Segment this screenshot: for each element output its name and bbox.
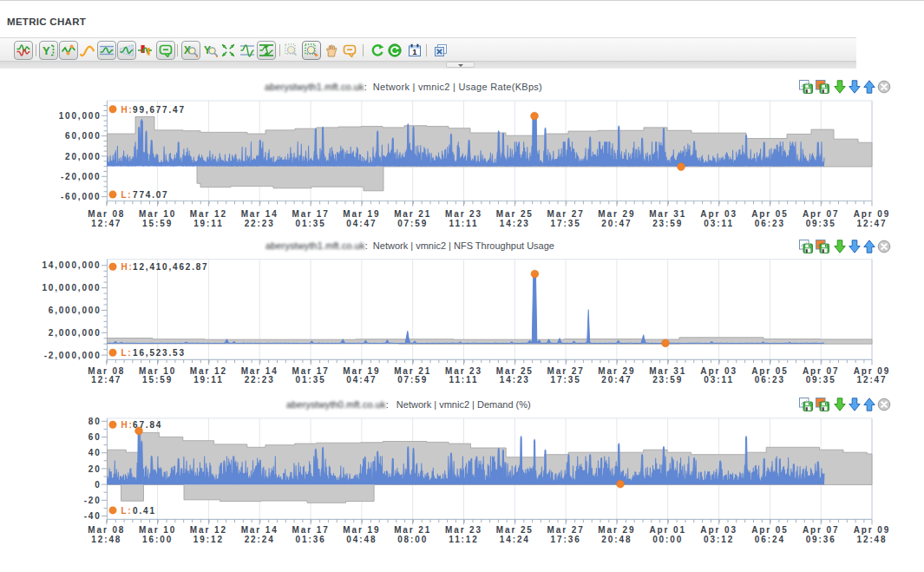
svg-text:2,000,000: 2,000,000 xyxy=(49,328,102,338)
svg-text:-40: -40 xyxy=(84,511,102,521)
svg-text:Mar 31: Mar 31 xyxy=(649,209,686,219)
svg-text:Mar 29: Mar 29 xyxy=(598,525,635,535)
svg-text:Mar 10: Mar 10 xyxy=(139,525,176,535)
svg-text:09:36: 09:36 xyxy=(806,535,836,544)
svg-text:12:48: 12:48 xyxy=(856,535,887,544)
svg-text:-2,000,000: -2,000,000 xyxy=(44,351,102,360)
svg-text:L:: L: xyxy=(121,190,133,200)
svg-text:17:35: 17:35 xyxy=(551,219,581,228)
svg-text:Mar 14: Mar 14 xyxy=(241,525,279,535)
svg-text:H:: H: xyxy=(121,105,134,115)
svg-text:Mar 25: Mar 25 xyxy=(496,209,534,219)
svg-text:99,677.47: 99,677.47 xyxy=(133,105,186,115)
svg-text:12:47: 12:47 xyxy=(856,219,887,228)
svg-text:19:11: 19:11 xyxy=(193,219,224,228)
svg-text:Mar 25: Mar 25 xyxy=(496,366,534,376)
svg-text:20:47: 20:47 xyxy=(601,375,632,385)
svg-text:0.41: 0.41 xyxy=(133,506,156,516)
svg-text:Mar 25: Mar 25 xyxy=(496,525,534,535)
svg-text:Apr 03: Apr 03 xyxy=(700,209,737,219)
svg-text:08:00: 08:00 xyxy=(397,535,428,544)
svg-text:Apr 07: Apr 07 xyxy=(803,209,840,219)
svg-text:-20,000: -20,000 xyxy=(61,172,102,181)
svg-text:0: 0 xyxy=(95,480,101,490)
svg-text:774.07: 774.07 xyxy=(133,190,168,200)
svg-text:17:36: 17:36 xyxy=(551,535,581,544)
svg-text:Mar 23: Mar 23 xyxy=(445,209,482,219)
svg-text:03:11: 03:11 xyxy=(704,219,734,228)
svg-text:Mar 27: Mar 27 xyxy=(547,366,585,376)
svg-text:Mar 17: Mar 17 xyxy=(292,209,330,219)
svg-text:Mar 31: Mar 31 xyxy=(649,366,686,376)
svg-text:15:59: 15:59 xyxy=(142,375,173,385)
svg-text:Apr 01: Apr 01 xyxy=(649,525,686,535)
svg-text:03:11: 03:11 xyxy=(704,375,734,385)
svg-text:L:: L: xyxy=(121,348,133,358)
svg-text:01:35: 01:35 xyxy=(296,219,326,228)
svg-text:10,000,000: 10,000,000 xyxy=(42,283,101,293)
svg-text:Mar 19: Mar 19 xyxy=(343,525,380,535)
svg-text:22:23: 22:23 xyxy=(245,375,275,385)
svg-text:Mar 27: Mar 27 xyxy=(547,525,585,535)
svg-text:Mar 14: Mar 14 xyxy=(241,209,279,219)
svg-text:04:48: 04:48 xyxy=(346,535,377,544)
svg-text:Mar 08: Mar 08 xyxy=(88,366,125,376)
svg-text:12,410,462.87: 12,410,462.87 xyxy=(133,262,208,272)
svg-text:Mar 14: Mar 14 xyxy=(241,366,279,376)
svg-text:12:47: 12:47 xyxy=(91,219,121,228)
svg-text:Mar 17: Mar 17 xyxy=(292,525,330,535)
svg-text:H:: H: xyxy=(121,262,134,272)
svg-text:100,000: 100,000 xyxy=(59,111,102,121)
svg-text:09:35: 09:35 xyxy=(806,375,836,385)
svg-text:01:35: 01:35 xyxy=(296,375,326,385)
svg-text:Apr 05: Apr 05 xyxy=(751,209,789,219)
svg-text:Mar 10: Mar 10 xyxy=(139,366,176,376)
svg-text:16:00: 16:00 xyxy=(142,535,173,544)
svg-text:20:47: 20:47 xyxy=(601,219,632,228)
svg-text:Mar 19: Mar 19 xyxy=(343,366,380,376)
svg-text:Mar 08: Mar 08 xyxy=(88,525,125,535)
svg-text:Mar 12: Mar 12 xyxy=(190,209,227,219)
svg-text:20:48: 20:48 xyxy=(601,535,632,544)
svg-text:Mar 08: Mar 08 xyxy=(88,209,125,219)
svg-text:Mar 19: Mar 19 xyxy=(343,209,380,219)
svg-text:23:59: 23:59 xyxy=(652,375,683,385)
svg-text:20: 20 xyxy=(88,464,102,474)
svg-text:Mar 10: Mar 10 xyxy=(139,209,176,219)
svg-text:14:23: 14:23 xyxy=(500,219,530,228)
svg-text:07:59: 07:59 xyxy=(397,219,428,228)
svg-text:Mar 12: Mar 12 xyxy=(190,366,227,376)
svg-text:07:59: 07:59 xyxy=(397,375,428,385)
svg-text:Apr 07: Apr 07 xyxy=(803,525,840,535)
svg-text:Apr 07: Apr 07 xyxy=(803,366,840,376)
svg-text:-20: -20 xyxy=(84,496,102,505)
svg-text:60,000: 60,000 xyxy=(65,131,101,141)
svg-text:40: 40 xyxy=(88,448,102,457)
svg-text:16,523.53: 16,523.53 xyxy=(133,348,186,358)
svg-text:L:: L: xyxy=(121,506,133,516)
svg-text:Mar 21: Mar 21 xyxy=(394,209,431,219)
svg-text:12:47: 12:47 xyxy=(91,375,121,385)
svg-text:14:24: 14:24 xyxy=(500,535,530,544)
svg-text:19:12: 19:12 xyxy=(193,535,224,544)
svg-text:11:12: 11:12 xyxy=(449,535,479,544)
svg-text:06:24: 06:24 xyxy=(755,535,785,544)
svg-text:12:47: 12:47 xyxy=(856,375,887,385)
svg-text:Apr 05: Apr 05 xyxy=(751,366,789,376)
svg-text:03:12: 03:12 xyxy=(704,535,734,544)
svg-text:Mar 21: Mar 21 xyxy=(394,525,431,535)
svg-text:11:11: 11:11 xyxy=(449,219,479,228)
svg-text:Apr 03: Apr 03 xyxy=(700,525,737,535)
svg-text:06:23: 06:23 xyxy=(755,219,785,228)
svg-text:22:24: 22:24 xyxy=(245,535,275,544)
svg-text:-60,000: -60,000 xyxy=(61,192,102,201)
svg-text:Apr 05: Apr 05 xyxy=(751,525,789,535)
svg-text:06:23: 06:23 xyxy=(755,375,785,385)
svg-text:Mar 29: Mar 29 xyxy=(598,209,635,219)
svg-text:14,000,000: 14,000,000 xyxy=(42,260,101,270)
svg-text:6,000,000: 6,000,000 xyxy=(49,306,102,315)
svg-text:12:48: 12:48 xyxy=(91,535,121,544)
svg-text:Apr 03: Apr 03 xyxy=(700,366,737,376)
svg-text:14:23: 14:23 xyxy=(500,375,530,385)
svg-text:04:47: 04:47 xyxy=(346,219,377,228)
